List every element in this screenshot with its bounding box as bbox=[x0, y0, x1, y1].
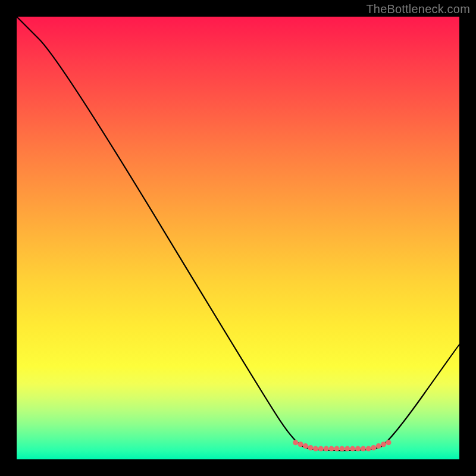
gradient-plot-area bbox=[17, 17, 459, 459]
optimal-dot bbox=[329, 446, 334, 452]
optimal-dot bbox=[376, 443, 381, 449]
optimal-dot bbox=[324, 446, 329, 452]
optimal-dot bbox=[293, 440, 298, 445]
optimal-dot bbox=[361, 446, 366, 452]
chart-frame: TheBottleneck.com bbox=[0, 0, 476, 476]
optimal-dot bbox=[298, 441, 303, 447]
optimal-dot bbox=[355, 446, 361, 452]
bottleneck-curve bbox=[17, 17, 459, 450]
optimal-dot bbox=[339, 446, 345, 452]
optimal-dot bbox=[386, 440, 392, 445]
optimal-dot bbox=[345, 446, 350, 452]
optimal-dot bbox=[313, 446, 318, 452]
optimal-dot bbox=[318, 446, 324, 452]
optimal-dot bbox=[303, 443, 308, 449]
optimal-dot bbox=[366, 446, 371, 452]
optimal-dot bbox=[350, 446, 355, 452]
optimal-dot bbox=[334, 446, 340, 452]
optimal-dot bbox=[308, 445, 313, 450]
optimal-dot bbox=[371, 445, 376, 450]
optimal-region-dots bbox=[293, 440, 391, 451]
optimal-dot bbox=[381, 441, 386, 447]
attribution-text: TheBottleneck.com bbox=[366, 2, 470, 16]
curve-layer bbox=[17, 17, 459, 459]
